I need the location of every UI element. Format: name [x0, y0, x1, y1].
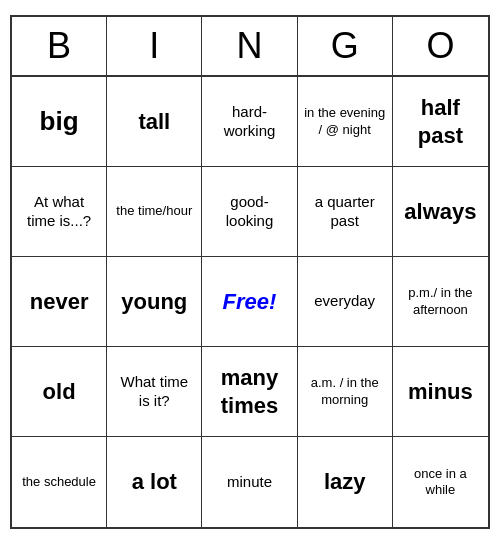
header-letter: G	[298, 17, 393, 75]
cell-text: a quarter past	[304, 193, 386, 231]
bingo-cell: minus	[393, 347, 488, 437]
cell-text: At what time is...?	[18, 193, 100, 231]
bingo-cell: At what time is...?	[12, 167, 107, 257]
bingo-cell: old	[12, 347, 107, 437]
bingo-cell: the time/hour	[107, 167, 202, 257]
bingo-cell: a lot	[107, 437, 202, 527]
header-letter: I	[107, 17, 202, 75]
bingo-cell: big	[12, 77, 107, 167]
cell-text: What time is it?	[113, 373, 195, 411]
cell-text: many times	[208, 364, 290, 419]
bingo-cell: never	[12, 257, 107, 347]
header-letter: B	[12, 17, 107, 75]
bingo-cell: p.m./ in the afternoon	[393, 257, 488, 347]
header-letter: O	[393, 17, 488, 75]
bingo-card: BINGO bigtallhard-workingin the evening …	[10, 15, 490, 529]
cell-text: the schedule	[22, 474, 96, 490]
bingo-cell: everyday	[298, 257, 393, 347]
bingo-cell: always	[393, 167, 488, 257]
cell-text: good-looking	[208, 193, 290, 231]
bingo-grid: bigtallhard-workingin the evening / @ ni…	[12, 77, 488, 527]
bingo-cell: half past	[393, 77, 488, 167]
cell-text: everyday	[314, 292, 375, 311]
bingo-header: BINGO	[12, 17, 488, 77]
cell-text: tall	[138, 108, 170, 136]
bingo-cell: tall	[107, 77, 202, 167]
bingo-cell: a quarter past	[298, 167, 393, 257]
cell-text: old	[43, 378, 76, 406]
header-letter: N	[202, 17, 297, 75]
cell-text: half past	[399, 94, 482, 149]
cell-text: p.m./ in the afternoon	[399, 285, 482, 318]
bingo-cell: Free!	[202, 257, 297, 347]
cell-text: once in a while	[399, 466, 482, 499]
bingo-cell: good-looking	[202, 167, 297, 257]
cell-text: Free!	[223, 288, 277, 316]
cell-text: lazy	[324, 468, 366, 496]
cell-text: never	[30, 288, 89, 316]
bingo-cell: once in a while	[393, 437, 488, 527]
bingo-cell: many times	[202, 347, 297, 437]
cell-text: a lot	[132, 468, 177, 496]
bingo-cell: young	[107, 257, 202, 347]
cell-text: young	[121, 288, 187, 316]
cell-text: in the evening / @ night	[304, 105, 386, 138]
cell-text: a.m. / in the morning	[304, 375, 386, 408]
bingo-cell: hard-working	[202, 77, 297, 167]
cell-text: minute	[227, 473, 272, 492]
cell-text: big	[40, 105, 79, 138]
bingo-cell: minute	[202, 437, 297, 527]
cell-text: always	[404, 198, 476, 226]
bingo-cell: in the evening / @ night	[298, 77, 393, 167]
cell-text: minus	[408, 378, 473, 406]
bingo-cell: What time is it?	[107, 347, 202, 437]
bingo-cell: lazy	[298, 437, 393, 527]
cell-text: hard-working	[208, 103, 290, 141]
bingo-cell: a.m. / in the morning	[298, 347, 393, 437]
cell-text: the time/hour	[116, 203, 192, 219]
bingo-cell: the schedule	[12, 437, 107, 527]
